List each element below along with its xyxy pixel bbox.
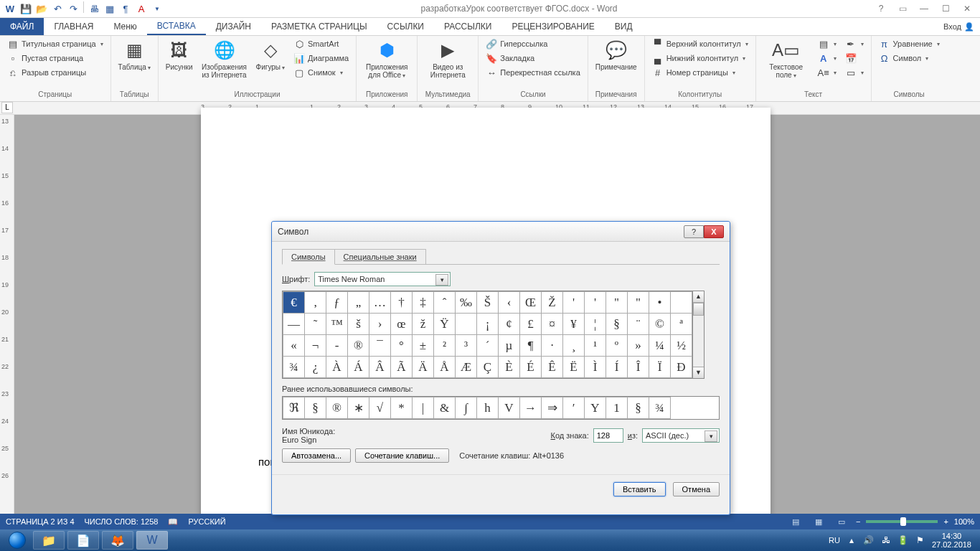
font-select[interactable]: Times New Roman [314,272,451,286]
symbol-cell[interactable]: Œ [520,292,542,314]
recent-symbol-cell[interactable]: Υ [585,397,606,419]
online-pictures-button[interactable]: 🌐Изображения из Интернета [199,37,250,80]
datetime-button[interactable]: 📅 [842,52,867,65]
recent-symbol-cell[interactable]: ® [326,397,348,419]
symbol-cell[interactable]: Ì [585,357,606,378]
symbol-cell[interactable]: — [283,314,305,335]
symbol-cell[interactable]: š [348,314,369,335]
tab-menu[interactable]: Меню [103,18,146,35]
task-firefox[interactable]: 🦊 [102,531,133,550]
recent-symbol-cell[interactable]: § [305,397,326,419]
symbol-cell[interactable]: É [520,357,542,378]
code-input[interactable] [593,428,623,443]
start-button[interactable] [3,530,32,550]
symbol-cell[interactable]: Á [348,357,369,378]
symbol-cell[interactable]: œ [391,314,413,335]
table-button[interactable]: ▦Таблица▾ [116,37,154,73]
tab-special-chars[interactable]: Специальные знаки [334,249,426,264]
dialog-titlebar[interactable]: Символ ? X [272,222,730,242]
symbol-cell[interactable]: È [499,357,520,378]
recent-symbol-cell[interactable]: | [413,397,434,419]
symbol-cell[interactable]: ™ [326,314,348,335]
ribbon-options-icon[interactable]: ▭ [892,1,913,16]
tray-network-icon[interactable]: 🖧 [880,534,892,546]
symbol-cell[interactable] [671,292,692,314]
recent-symbol-cell[interactable]: ¾ [649,397,671,419]
smartart-button[interactable]: ⬡SmartArt [291,37,352,50]
scroll-up-icon[interactable]: ▲ [693,291,704,303]
signature-button[interactable]: ✒▾ [842,37,867,50]
scroll-down-icon[interactable]: ▼ [693,367,704,378]
tab-selector[interactable]: L [1,102,13,113]
symbol-cell[interactable]: ° [391,335,413,357]
comment-button[interactable]: 💬Примечание [593,37,640,72]
page-number-button[interactable]: #Номер страницы▾ [649,66,751,79]
symbol-cell[interactable]: º [606,335,628,357]
symbol-cell[interactable]: ¡ [477,314,499,335]
task-word[interactable]: W [136,531,168,550]
recent-symbol-cell[interactable]: √ [369,397,391,419]
quick-parts-button[interactable]: ▤▾ [815,37,839,50]
symbol-cell[interactable]: ¨ [628,314,649,335]
cross-reference-button[interactable]: ↔Перекрестная ссылка [483,66,583,79]
recent-symbol-cell[interactable]: § [628,397,649,419]
footer-button[interactable]: ▄Нижний колонтитул▾ [649,52,751,65]
maximize-icon[interactable]: ☐ [936,1,956,16]
symbol-cell[interactable]: Ê [542,357,563,378]
symbol-cell[interactable]: ± [413,335,434,357]
recent-symbol-cell[interactable]: V [499,397,520,419]
symbol-cell[interactable]: ‚ [305,292,326,314]
symbol-cell[interactable]: ² [434,335,456,357]
symbol-button[interactable]: ΩСимвол▾ [876,52,943,65]
status-language[interactable]: РУССКИЙ [188,517,225,526]
apps-button[interactable]: ⬢Приложения для Office▾ [361,37,413,81]
symbol-cell[interactable]: « [283,335,305,357]
symbol-cell[interactable]: „ [348,292,369,314]
symbol-cell[interactable]: § [606,314,628,335]
recent-symbol-cell[interactable]: ∗ [348,397,369,419]
symbol-cell[interactable]: Ð [671,357,692,378]
symbol-cell[interactable]: ' [563,292,585,314]
symbol-cell[interactable]: £ [520,314,542,335]
view-read-icon[interactable]: ▤ [787,515,804,528]
tab-design[interactable]: ДИЗАЙН [206,18,261,35]
tab-insert[interactable]: ВСТАВКА [147,18,206,35]
symbol-cell[interactable]: › [369,314,391,335]
symbol-cell[interactable]: ¤ [542,314,563,335]
screenshot-button[interactable]: ▢Снимок▾ [291,66,352,79]
open-icon[interactable]: 📂 [34,1,49,16]
bookmark-button[interactable]: 🔖Закладка [483,52,583,65]
symbol-cell[interactable]: ¶ [520,335,542,357]
qat-customize-icon[interactable]: ▼ [150,1,164,16]
recent-symbol-cell[interactable]: → [520,397,542,419]
tray-show-hidden-icon[interactable]: ▴ [846,534,857,546]
symbol-cell[interactable]: ´ [477,335,499,357]
minimize-icon[interactable]: — [914,1,934,16]
symbol-cell[interactable]: Ï [649,357,671,378]
wordart-button[interactable]: A▾ [815,52,839,65]
symbol-cell[interactable]: ˆ [434,292,456,314]
symbol-cell[interactable]: ¬ [305,335,326,357]
symbol-cell[interactable]: ¸ [563,335,585,357]
blank-page-button[interactable]: ▫Пустая страница [4,52,106,65]
title-page-button[interactable]: ▤Титульная страница▾ [4,37,106,50]
tab-home[interactable]: ГЛАВНАЯ [44,18,103,35]
tray-clock[interactable]: 14:3027.02.2018 [932,532,971,549]
page-break-button[interactable]: ⎌Разрыв страницы [4,66,106,79]
scroll-thumb[interactable] [693,303,704,316]
shortcut-button[interactable]: Сочетание клавиш... [355,448,449,463]
symbol-grid-scrollbar[interactable]: ▲ ▼ [693,291,705,379]
symbol-cell[interactable]: ¢ [499,314,520,335]
hyperlink-button[interactable]: 🔗Гиперссылка [483,37,583,50]
paragraph-icon[interactable]: ¶ [118,1,133,16]
recent-symbol-cell[interactable]: ℜ [283,397,305,419]
recent-symbol-cell[interactable]: * [391,397,413,419]
symbol-cell[interactable]: ¾ [283,357,305,378]
symbol-cell[interactable]: · [542,335,563,357]
symbol-cell[interactable]: ' [585,292,606,314]
autocorrect-button[interactable]: Автозамена... [282,448,351,463]
symbol-cell[interactable]: ¦ [585,314,606,335]
redo-icon[interactable]: ↷ [66,1,80,16]
object-button[interactable]: ▭▾ [842,66,867,79]
view-web-icon[interactable]: ▭ [833,515,850,528]
